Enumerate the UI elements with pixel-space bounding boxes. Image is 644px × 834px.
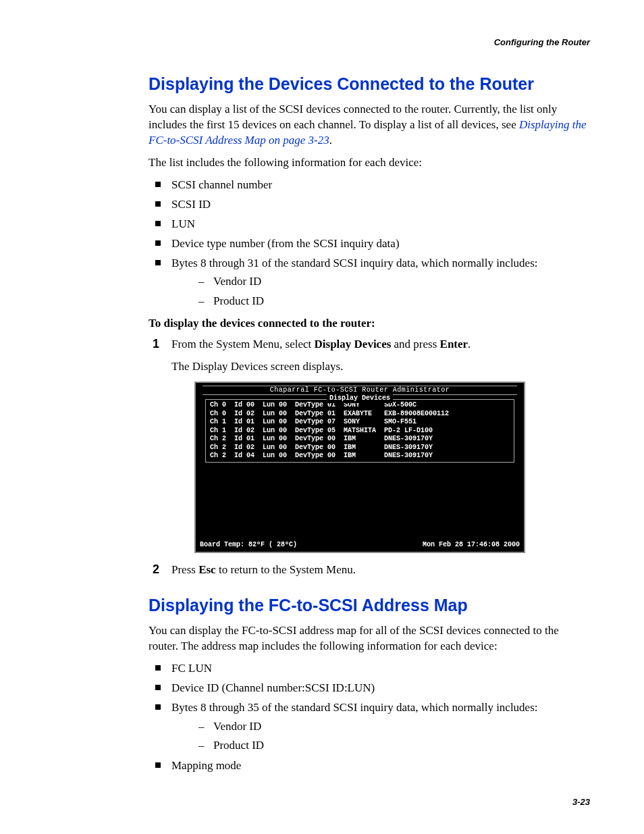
- terminal-empty-area: [197, 465, 522, 540]
- step1-post: .: [468, 338, 471, 350]
- section1-intro-tail: .: [329, 134, 332, 147]
- list-item-text: Bytes 8 through 31 of the standard SCSI …: [171, 257, 538, 269]
- page-content: Displaying the Devices Connected to the …: [149, 74, 590, 774]
- sub-list: Vendor ID Product ID: [194, 719, 590, 754]
- page-number: 3-23: [572, 797, 590, 807]
- terminal-window: Chaparral FC-to-SCSI Router Administrato…: [194, 382, 525, 554]
- step-1: From the System Menu, select Display Dev…: [149, 337, 590, 553]
- step1-bold-display-devices: Display Devices: [315, 338, 392, 350]
- terminal-board-temp: Board Temp: 82ºF ( 28ºC): [200, 541, 297, 550]
- terminal-row: Ch 0 Id 02 Lun 00 DevType 01 EXABYTE EXB…: [210, 410, 510, 419]
- terminal-row: Ch 2 Id 01 Lun 00 DevType 00 IBM DNES-30…: [210, 435, 510, 444]
- terminal-footer: Board Temp: 82ºF ( 28ºC) Mon Feb 28 17:4…: [197, 540, 522, 551]
- step2-pre: Press: [171, 563, 198, 576]
- page: Configuring the Router Displaying the De…: [0, 0, 644, 834]
- terminal-row: Ch 1 Id 02 Lun 00 DevType 05 MATSHITA PD…: [210, 427, 510, 436]
- list-item: SCSI ID: [149, 197, 590, 213]
- list-item: LUN: [149, 217, 590, 232]
- task-lead: To display the devices connected to the …: [149, 317, 590, 330]
- step-2: Press Esc to return to the System Menu.: [149, 563, 590, 578]
- list-item: Product ID: [194, 293, 590, 310]
- list-item: Vendor ID: [194, 273, 590, 290]
- list-item: Device type number (from the SCSI inquir…: [149, 236, 590, 252]
- list-item: Device ID (Channel number:SCSI ID:LUN): [149, 681, 590, 696]
- section1-intro: You can display a list of the SCSI devic…: [149, 102, 590, 149]
- terminal-screenshot: Chaparral FC-to-SCSI Router Administrato…: [194, 382, 590, 554]
- step2-bold-esc: Esc: [198, 563, 216, 576]
- section1-list-lead: The list includes the following informat…: [149, 155, 590, 171]
- terminal-row: Ch 2 Id 04 Lun 00 DevType 00 IBM DNES-30…: [210, 452, 510, 461]
- section-heading-devices: Displaying the Devices Connected to the …: [149, 74, 590, 94]
- list-item-text: Bytes 8 through 35 of the standard SCSI …: [171, 701, 538, 714]
- step1-bold-enter: Enter: [440, 338, 468, 350]
- list-item: Product ID: [194, 737, 590, 754]
- list-item: Bytes 8 through 31 of the standard SCSI …: [149, 256, 590, 310]
- step1-pre: From the System Menu, select: [171, 338, 315, 350]
- terminal-row: Ch 2 Id 02 Lun 00 DevType 00 IBM DNES-30…: [210, 444, 510, 452]
- terminal-box-label: Display Devices: [327, 394, 393, 403]
- section1-intro-text: You can display a list of the SCSI devic…: [149, 103, 557, 131]
- list-item: Mapping mode: [149, 758, 590, 774]
- running-header: Configuring the Router: [494, 37, 590, 47]
- terminal-title-text: Chaparral FC-to-SCSI Router Administrato…: [203, 386, 518, 396]
- list-item: Bytes 8 through 35 of the standard SCSI …: [149, 700, 590, 754]
- step1-mid: and press: [391, 338, 439, 350]
- list-item: SCSI channel number: [149, 178, 590, 193]
- section2-bullet-list: FC LUN Device ID (Channel number:SCSI ID…: [149, 661, 590, 774]
- step2-post: to return to the System Menu.: [216, 563, 356, 576]
- section-heading-address-map: Displaying the FC-to-SCSI Address Map: [149, 596, 590, 615]
- steps-list: From the System Menu, select Display Dev…: [149, 337, 590, 578]
- list-item: FC LUN: [149, 661, 590, 677]
- step1-body: The Display Devices screen displays.: [171, 359, 590, 375]
- sub-list: Vendor ID Product ID: [194, 273, 590, 309]
- list-item: Vendor ID: [194, 719, 590, 735]
- terminal-row: Ch 1 Id 01 Lun 00 DevType 07 SONY SMO-F5…: [210, 418, 510, 427]
- terminal-datetime: Mon Feb 28 17:46:08 2000: [423, 541, 520, 550]
- terminal-box: Display Devices Ch 0 Id 00 Lun 00 DevTyp…: [205, 399, 514, 463]
- section2-intro: You can display the FC-to-SCSI address m…: [149, 623, 590, 654]
- section1-bullet-list: SCSI channel number SCSI ID LUN Device t…: [149, 178, 590, 310]
